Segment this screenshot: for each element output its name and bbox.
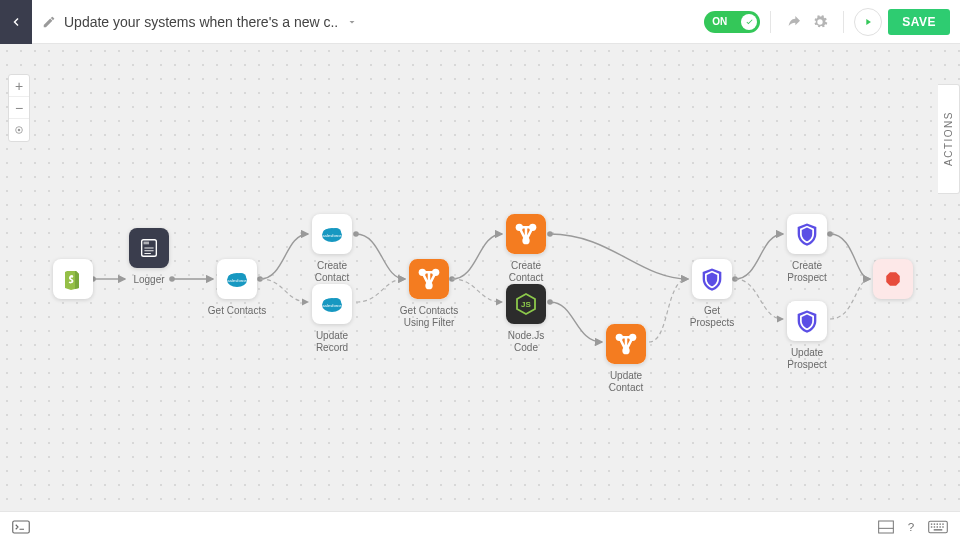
layout-icon: [878, 520, 894, 534]
node-label: Create Contact: [301, 260, 363, 284]
pardot-icon: [793, 307, 821, 335]
node-trigger[interactable]: [42, 259, 104, 305]
check-icon: [745, 17, 754, 26]
node-get-prospects[interactable]: Get Prospects: [681, 259, 743, 329]
play-icon: [863, 17, 873, 27]
share-icon: [786, 14, 802, 30]
salesforce-icon: [316, 222, 348, 246]
topbar: Update your systems when there's a new c…: [0, 0, 960, 44]
salesforce-icon: [316, 292, 348, 316]
node-get-contacts-filter[interactable]: Get Contacts Using Filter: [398, 259, 460, 329]
node-create-contact-sf[interactable]: Create Contact: [301, 214, 363, 284]
svg-text:?: ?: [908, 520, 915, 533]
node-update-record[interactable]: Update Record: [301, 284, 363, 354]
divider: [843, 11, 844, 33]
svg-marker-19: [886, 272, 900, 286]
keyboard-button[interactable]: [928, 520, 948, 534]
back-button[interactable]: [0, 0, 32, 44]
node-create-prospect[interactable]: Create Prospect: [776, 214, 838, 284]
toggle-knob: [741, 14, 757, 30]
nodejs-icon: JS: [514, 292, 538, 316]
pardot-icon: [793, 220, 821, 248]
stop-icon: [884, 270, 902, 288]
node-label: Node.Js Code: [495, 330, 557, 354]
target-icon: [14, 125, 24, 135]
node-label: Get Contacts: [206, 305, 268, 317]
zoom-in-button[interactable]: +: [9, 75, 29, 97]
svg-rect-21: [879, 521, 894, 533]
node-update-prospect[interactable]: Update Prospect: [776, 301, 838, 371]
chevron-down-icon[interactable]: [346, 16, 358, 28]
node-label: Update Contact: [595, 370, 657, 394]
node-label: Update Record: [301, 330, 363, 354]
node-label: Get Prospects: [681, 305, 743, 329]
node-label: Logger: [118, 274, 180, 286]
toggle-label: ON: [712, 16, 727, 27]
svg-rect-29: [942, 523, 943, 524]
node-stop[interactable]: [862, 259, 924, 305]
node-update-contact[interactable]: Update Contact: [595, 324, 657, 394]
salesforce-icon: [221, 267, 253, 291]
svg-rect-26: [934, 523, 935, 524]
node-create-contact-hub[interactable]: Create Contact: [495, 214, 557, 284]
console-button[interactable]: [12, 520, 30, 534]
shopify-icon: [61, 267, 85, 291]
workflow-canvas[interactable]: + − ACTIONS: [0, 44, 960, 511]
help-button[interactable]: ?: [904, 520, 918, 534]
help-icon: ?: [904, 520, 918, 534]
svg-text:JS: JS: [521, 300, 531, 309]
node-label: Update Prospect: [776, 347, 838, 371]
svg-rect-31: [934, 526, 935, 527]
chevron-left-icon: [10, 16, 22, 28]
pencil-icon[interactable]: [42, 15, 56, 29]
enabled-toggle[interactable]: ON: [704, 11, 760, 33]
svg-rect-35: [934, 529, 943, 530]
keyboard-icon: [928, 520, 948, 534]
node-label: Create Prospect: [776, 260, 838, 284]
workflow-title[interactable]: Update your systems when there's a new c…: [64, 14, 338, 30]
hubspot-icon: [506, 214, 546, 254]
share-button[interactable]: [781, 9, 807, 35]
node-get-contacts[interactable]: Get Contacts: [206, 259, 268, 317]
zoom-out-button[interactable]: −: [9, 97, 29, 119]
gear-icon: [812, 14, 828, 30]
workflow-title-wrap: Update your systems when there's a new c…: [42, 14, 358, 30]
node-nodejs[interactable]: JS Node.Js Code: [495, 284, 557, 354]
svg-rect-13: [144, 242, 150, 245]
logger-icon: [138, 237, 160, 259]
svg-rect-33: [939, 526, 940, 527]
node-label: Get Contacts Using Filter: [398, 305, 460, 329]
svg-rect-34: [942, 526, 943, 527]
svg-rect-25: [931, 523, 932, 524]
panel-button[interactable]: [878, 520, 894, 534]
divider: [770, 11, 771, 33]
svg-rect-28: [939, 523, 940, 524]
hubspot-icon: [409, 259, 449, 299]
zoom-controls: + −: [8, 74, 30, 142]
save-button[interactable]: SAVE: [888, 9, 950, 35]
terminal-icon: [12, 520, 30, 534]
svg-rect-32: [937, 526, 938, 527]
svg-point-1: [18, 129, 21, 132]
settings-button[interactable]: [807, 9, 833, 35]
run-button[interactable]: [854, 8, 882, 36]
pardot-icon: [698, 265, 726, 293]
actions-panel-toggle[interactable]: ACTIONS: [938, 84, 960, 194]
hubspot-icon: [606, 324, 646, 364]
node-label: Create Contact: [495, 260, 557, 284]
bottombar: ?: [0, 511, 960, 541]
zoom-target-button[interactable]: [9, 119, 29, 141]
svg-rect-27: [937, 523, 938, 524]
svg-rect-20: [13, 521, 30, 533]
node-logger[interactable]: Logger: [118, 228, 180, 286]
svg-rect-30: [931, 526, 932, 527]
